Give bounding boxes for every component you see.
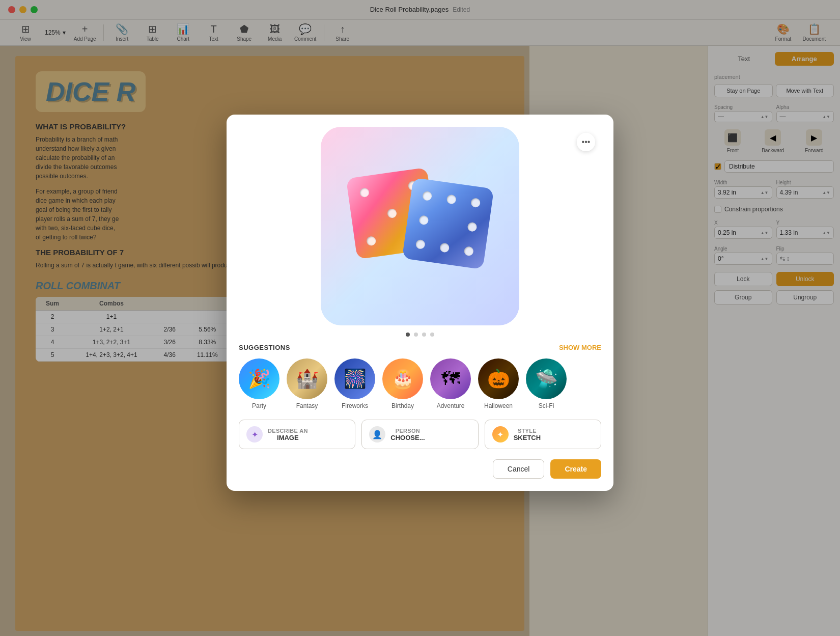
describe-image-button[interactable]: ✦ DESCRIBE AN IMAGE (239, 420, 355, 449)
create-button[interactable]: Create (550, 459, 601, 479)
fireworks-icon: 🎆 (334, 358, 375, 399)
suggestion-fireworks[interactable]: 🎆 Fireworks (334, 358, 375, 409)
modal-image-area: ••• (227, 115, 613, 325)
halloween-label: Halloween (484, 402, 513, 409)
suggestion-scifi[interactable]: 🛸 Sci-Fi (526, 358, 567, 409)
modal-body: SUGGESTIONS SHOW MORE 🎉 Party 🏰 Fantasy … (227, 344, 613, 491)
dot (439, 242, 450, 253)
carousel-dot-4[interactable] (430, 333, 434, 337)
modal-actions-row: ✦ DESCRIBE AN IMAGE 👤 PERSON CHOOSE... ✦ (239, 420, 601, 449)
party-label: Party (252, 402, 266, 409)
birthday-label: Birthday (391, 402, 414, 409)
scifi-label: Sci-Fi (539, 402, 554, 409)
suggestion-party[interactable]: 🎉 Party (239, 358, 279, 409)
dot-empty (383, 184, 394, 194)
describe-icon: ✦ (246, 426, 263, 443)
suggestions-title: SUGGESTIONS (239, 344, 290, 351)
style-button[interactable]: ✦ STYLE SKETCH (485, 420, 601, 449)
modal-footer: Cancel Create (239, 457, 601, 479)
person-choose-button[interactable]: 👤 PERSON CHOOSE... (361, 420, 478, 449)
carousel-dot-1[interactable] (406, 333, 410, 337)
cancel-button[interactable]: Cancel (493, 459, 545, 479)
describe-text: DESCRIBE AN IMAGE (268, 428, 308, 441)
dot (387, 208, 397, 218)
style-icon: ✦ (492, 426, 509, 443)
fantasy-label: Fantasy (296, 402, 318, 409)
die-right (402, 178, 494, 270)
suggestions-grid: 🎉 Party 🏰 Fantasy 🎆 Fireworks 🎂 Birthday… (239, 358, 601, 409)
suggestions-header: SUGGESTIONS SHOW MORE (239, 344, 601, 351)
suggestion-birthday[interactable]: 🎂 Birthday (382, 358, 423, 409)
dice-preview-image (321, 127, 519, 325)
more-icon: ••• (582, 137, 591, 147)
suggestion-fantasy[interactable]: 🏰 Fantasy (287, 358, 327, 409)
dot (464, 246, 474, 256)
dot (415, 239, 426, 250)
suggestion-adventure[interactable]: 🗺 Adventure (430, 358, 471, 409)
dot (467, 222, 477, 232)
dot-empty (362, 212, 373, 222)
dot (366, 236, 376, 246)
dot (359, 187, 370, 198)
dot-empty (443, 218, 453, 229)
party-icon: 🎉 (239, 358, 279, 399)
dot (418, 215, 429, 225)
person-icon: 👤 (369, 426, 385, 443)
adventure-label: Adventure (437, 402, 465, 409)
dot (446, 194, 457, 204)
carousel-dot-2[interactable] (414, 333, 418, 337)
halloween-icon: 🎃 (478, 358, 519, 399)
carousel-dots (227, 333, 613, 337)
describe-value: IMAGE (268, 434, 308, 441)
fantasy-icon: 🏰 (287, 358, 327, 399)
modal-overlay[interactable]: ••• (0, 0, 840, 636)
person-text: PERSON CHOOSE... (390, 428, 425, 441)
dot-empty (390, 232, 401, 242)
show-more-button[interactable]: SHOW MORE (559, 344, 601, 351)
suggestion-halloween[interactable]: 🎃 Halloween (478, 358, 519, 409)
image-generation-modal: ••• (227, 115, 613, 491)
carousel-dot-3[interactable] (422, 333, 426, 337)
dot (422, 191, 432, 201)
dice-container (321, 127, 519, 325)
person-label: PERSON (390, 428, 425, 434)
describe-label: DESCRIBE AN (268, 428, 308, 434)
scifi-icon: 🛸 (526, 358, 567, 399)
person-value: CHOOSE... (390, 434, 425, 441)
style-value: SKETCH (514, 434, 541, 441)
style-label: STYLE (514, 428, 541, 434)
style-text: STYLE SKETCH (514, 428, 541, 441)
dot (470, 198, 481, 208)
birthday-icon: 🎂 (382, 358, 423, 399)
adventure-icon: 🗺 (430, 358, 471, 399)
more-options-button[interactable]: ••• (577, 133, 595, 151)
fireworks-label: Fireworks (342, 402, 368, 409)
